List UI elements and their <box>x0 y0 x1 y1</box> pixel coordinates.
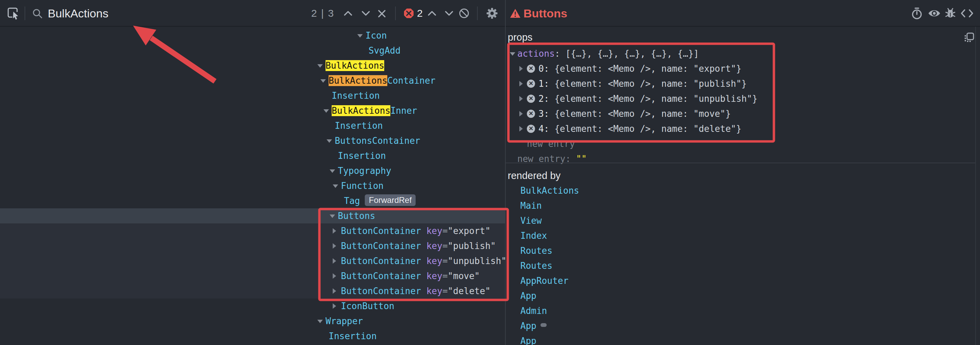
component-name: IconButton <box>341 299 395 313</box>
tree-row-function[interactable]: Function <box>0 178 505 193</box>
tree-row-typography[interactable]: Typography <box>0 163 505 178</box>
collapse-arrow-icon[interactable] <box>357 34 363 38</box>
delete-entry-icon[interactable]: ✕ <box>527 65 535 73</box>
collapse-arrow-icon[interactable] <box>329 214 335 218</box>
log-component-data-button[interactable] <box>944 7 957 20</box>
tree-row-buttonscontainer[interactable]: ButtonsContainer <box>0 133 505 148</box>
collapse-arrow-icon[interactable] <box>320 79 326 83</box>
delete-entry-icon[interactable]: ✕ <box>527 110 535 118</box>
collapse-arrow-icon[interactable] <box>333 184 338 188</box>
tree-row-icon[interactable]: Icon <box>0 28 505 43</box>
expand-arrow-icon[interactable] <box>333 303 336 309</box>
expand-arrow-icon[interactable] <box>519 126 523 131</box>
tree-row-svgadd[interactable]: SvgAdd <box>0 43 505 58</box>
view-source-button[interactable] <box>960 8 974 19</box>
prev-match-button[interactable] <box>342 8 354 18</box>
rendered-by-item-routes[interactable]: Routes <box>520 258 964 273</box>
tree-row-tag[interactable]: TagForwardRef <box>0 193 505 208</box>
block-icon <box>458 8 469 19</box>
tree-row-buttoncontainer[interactable]: ButtonContainer key="publish" <box>0 238 505 254</box>
tree-row-buttoncontainer[interactable]: ButtonContainer key="delete" <box>0 284 505 299</box>
tree-row-iconbutton[interactable]: IconButton <box>0 299 505 313</box>
tree-row-wrapper[interactable]: Wrapper <box>0 313 505 329</box>
rendered-by-item-app[interactable]: App <box>520 288 964 303</box>
next-match-button[interactable] <box>360 8 372 18</box>
rendered-by-item-app[interactable]: App <box>520 334 964 345</box>
search-input[interactable]: BulkActions <box>48 0 108 27</box>
rendered-by-item-view[interactable]: View <box>520 213 964 228</box>
selected-component-title: Buttons <box>523 0 567 27</box>
clear-search-button[interactable] <box>377 8 387 19</box>
owner-badge-pill <box>541 323 547 327</box>
component-name-text: Tag <box>344 196 360 206</box>
delete-entry-icon[interactable]: ✕ <box>527 94 535 103</box>
prop-array-item-1[interactable]: ✕1: {element: <Memo />, name: "publish"} <box>506 76 975 91</box>
rendered-by-item-main[interactable]: Main <box>520 198 964 213</box>
rendered-by-item-routes[interactable]: Routes <box>520 243 964 258</box>
tree-row-buttoncontainer[interactable]: ButtonContainer key="export" <box>0 224 505 238</box>
component-name-text: ButtonContainer <box>341 256 421 266</box>
prop-row-actions[interactable]: actions: [{…}, {…}, {…}, {…}, {…}] <box>506 46 975 61</box>
new-entry-row[interactable]: new entry: "" <box>506 151 975 166</box>
collapse-arrow-icon[interactable] <box>323 109 329 113</box>
new-entry-row[interactable]: new entry <box>506 136 975 151</box>
chevron-up-icon <box>342 8 354 18</box>
tree-row-insertion[interactable]: Insertion <box>0 148 505 163</box>
inspect-dom-button[interactable] <box>928 8 941 19</box>
collapse-arrow-icon[interactable] <box>317 64 323 68</box>
component-name: ButtonContainer key="publish" <box>341 238 496 254</box>
tree-row-bulkactionsinner[interactable]: BulkActionsInner <box>0 103 505 118</box>
settings-button[interactable] <box>486 7 498 19</box>
collapse-arrow-icon[interactable] <box>329 169 335 173</box>
prop-array-item-0[interactable]: ✕0: {element: <Memo />, name: "export"} <box>506 61 975 76</box>
new-entry-label[interactable]: new entry <box>527 136 575 151</box>
delete-entry-icon[interactable]: ✕ <box>527 80 535 88</box>
tree-row-buttoncontainer[interactable]: ButtonContainer key="move" <box>0 268 505 284</box>
tree-row-bulkactions[interactable]: BulkActions <box>0 58 505 73</box>
copy-props-button[interactable] <box>964 32 975 43</box>
owner-component-name: Routes <box>520 246 552 256</box>
rendered-by-item-admin[interactable]: Admin <box>520 303 964 318</box>
expand-arrow-icon[interactable] <box>333 288 336 294</box>
owner-component-name: Main <box>520 201 542 211</box>
prev-error-button[interactable] <box>426 8 438 18</box>
collapse-arrow-icon[interactable] <box>510 52 515 56</box>
search-results-count: 2 | 3 <box>311 0 334 27</box>
component-name-text: Wrapper <box>326 316 363 326</box>
tree-row-insertion[interactable]: Insertion <box>0 118 505 133</box>
new-entry-field[interactable]: new entry: "" <box>517 151 587 166</box>
delete-entry-icon[interactable]: ✕ <box>527 125 535 133</box>
tree-row-insertion[interactable]: Insertion <box>0 88 505 103</box>
rendered-by-item-approuter[interactable]: AppRouter <box>520 273 964 288</box>
suspend-component-button[interactable] <box>910 7 923 20</box>
rendered-by-item-app[interactable]: App <box>520 318 964 334</box>
expand-arrow-icon[interactable] <box>333 243 336 249</box>
collapse-arrow-icon[interactable] <box>326 139 332 143</box>
expand-arrow-icon[interactable] <box>519 66 523 71</box>
error-badge-icon <box>403 8 414 19</box>
prop-array-item-3[interactable]: ✕3: {element: <Memo />, name: "move"} <box>506 106 975 121</box>
component-name: Insertion <box>329 329 377 343</box>
expand-arrow-icon[interactable] <box>519 96 523 101</box>
tree-row-bulkactionscontainer[interactable]: BulkActionsContainer <box>0 73 505 88</box>
next-error-button[interactable] <box>443 8 455 18</box>
tree-row-buttoncontainer[interactable]: ButtonContainer key="unpublish" <box>0 254 505 268</box>
expand-arrow-icon[interactable] <box>333 228 336 234</box>
expand-arrow-icon[interactable] <box>519 81 523 86</box>
collapse-arrow-icon[interactable] <box>317 320 323 323</box>
prop-array-item-4[interactable]: ✕4: {element: <Memo />, name: "delete"} <box>506 121 975 136</box>
expand-arrow-icon[interactable] <box>333 273 336 279</box>
rendered-by-item-bulkactions[interactable]: BulkActions <box>520 183 964 198</box>
expand-arrow-icon[interactable] <box>519 111 523 117</box>
prop-array-item-2[interactable]: ✕2: {element: <Memo />, name: "unpublish… <box>506 91 975 106</box>
toolbar-divider <box>477 6 478 20</box>
tree-row-buttons[interactable]: Buttons <box>0 208 505 224</box>
scrollbar-gutter[interactable] <box>975 27 976 345</box>
toolbar-divider <box>25 6 25 20</box>
inspect-element-button[interactable] <box>7 6 21 20</box>
clear-errors-button[interactable] <box>458 8 469 19</box>
copy-icon <box>964 32 975 43</box>
expand-arrow-icon[interactable] <box>333 258 336 264</box>
tree-row-insertion[interactable]: Insertion <box>0 329 505 343</box>
rendered-by-item-index[interactable]: Index <box>520 228 964 243</box>
